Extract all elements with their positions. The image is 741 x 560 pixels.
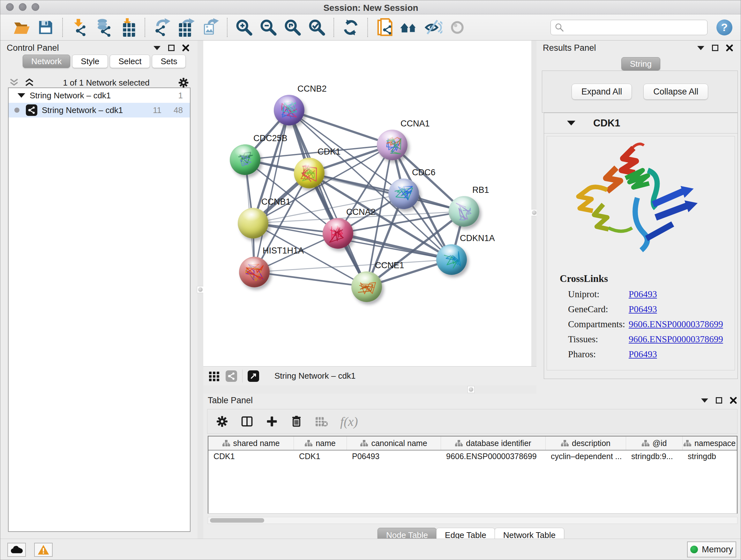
tab-sets[interactable]: Sets <box>152 55 186 68</box>
import-network-from-file-button[interactable] <box>69 17 90 38</box>
network-node-cdkn1a[interactable] <box>436 244 467 275</box>
crosslink-link[interactable]: P06493 <box>629 304 657 314</box>
table-cell[interactable]: CDK1 <box>208 450 294 463</box>
export-network-button[interactable] <box>151 17 172 38</box>
table-cell[interactable]: P06493 <box>347 450 441 463</box>
column-header-namespace[interactable]: namespace <box>683 436 737 450</box>
column-header-shared-name[interactable]: shared name <box>208 436 294 450</box>
network-node-hist1h1a[interactable] <box>239 257 270 287</box>
table-cell[interactable]: cyclin–dependent ... <box>546 450 626 463</box>
table-cell[interactable]: stringdb <box>683 450 737 463</box>
network-row-selected[interactable]: String Network – cdk1 11 48 <box>9 103 190 118</box>
save-session-button[interactable] <box>36 17 56 38</box>
export-image-button[interactable] <box>200 17 220 38</box>
network-grid-mode-icon[interactable] <box>226 370 237 382</box>
column-header-database-identifier[interactable]: database identifier <box>441 436 546 450</box>
close-panel-icon[interactable] <box>182 44 189 51</box>
zoom-out-button[interactable] <box>258 17 279 38</box>
table-row[interactable]: CDK1CDK1P064939606.ENSP00000378699cyclin… <box>208 450 737 463</box>
entry-expander-icon[interactable] <box>567 121 576 125</box>
results-panel: Results Panel String Expand All Collapse… <box>536 41 741 394</box>
column-header--id[interactable]: @id <box>626 436 683 450</box>
collapse-panel-icon[interactable] <box>701 398 708 402</box>
export-table-button[interactable] <box>176 17 196 38</box>
memory-button[interactable]: Memory <box>687 542 736 557</box>
network-node-ccnb1[interactable] <box>238 208 268 239</box>
table-settings-gear-icon[interactable] <box>216 415 228 428</box>
collapse-panel-icon[interactable] <box>697 46 704 50</box>
network-edge[interactable] <box>254 272 367 287</box>
table-horizontal-scrollbar[interactable] <box>208 517 738 524</box>
float-panel-icon[interactable] <box>716 397 722 403</box>
network-node-ccnb2[interactable] <box>274 95 305 125</box>
horizontal-splitter-handle[interactable] <box>468 386 475 393</box>
collapse-panel-icon[interactable] <box>153 46 160 50</box>
table-panel-window-controls <box>701 397 737 404</box>
tab-style[interactable]: Style <box>72 55 108 68</box>
import-table-from-file-button[interactable] <box>118 17 138 38</box>
table-cell[interactable]: 9606.ENSP00000378699 <box>441 450 546 463</box>
search-input[interactable] <box>564 22 703 32</box>
crosslink-link[interactable]: P06493 <box>629 349 657 360</box>
entry-header[interactable]: CDK1 <box>544 113 738 133</box>
add-column-icon[interactable] <box>266 415 278 428</box>
network-node-cdc6[interactable] <box>388 179 419 209</box>
crosslink-link[interactable]: 9606.ENSP00000378699 <box>629 334 723 345</box>
open-session-button[interactable] <box>11 17 31 38</box>
zoom-selected-button[interactable] <box>307 17 327 38</box>
network-view-title: String Network – cdk1 <box>274 371 355 381</box>
column-header-name[interactable]: name <box>294 436 347 450</box>
crosslink-link[interactable]: P06493 <box>629 289 657 300</box>
hide-selected-button[interactable] <box>423 17 443 38</box>
float-panel-icon[interactable] <box>168 45 175 51</box>
network-collection-row[interactable]: String Network – cdk1 1 <box>9 88 190 103</box>
warnings-button[interactable] <box>34 543 53 557</box>
birds-eye-view-icon[interactable] <box>208 370 220 382</box>
column-header-description[interactable]: description <box>546 436 626 450</box>
column-header-canonical-name[interactable]: canonical name <box>347 436 441 450</box>
close-panel-icon[interactable] <box>726 44 733 51</box>
tab-select[interactable]: Select <box>110 55 150 68</box>
collapse-all-button[interactable]: Collapse All <box>643 84 708 100</box>
entry-body: CrossLinks Uniprot:P06493GeneCard:P06493… <box>547 136 735 370</box>
network-node-ccna2[interactable] <box>323 218 353 249</box>
network-edge[interactable] <box>289 110 392 145</box>
zoom-fit-button[interactable] <box>282 17 303 38</box>
show-all-button[interactable] <box>447 17 468 38</box>
show-column-panel-icon[interactable] <box>241 415 253 428</box>
network-node-cdk1[interactable] <box>294 158 325 188</box>
network-node-ccna1[interactable] <box>377 130 408 160</box>
delete-column-icon[interactable] <box>290 415 302 428</box>
delete-table-icon[interactable] <box>315 415 328 428</box>
network-node-ccne1[interactable] <box>351 271 382 302</box>
tab-string[interactable]: String <box>621 57 660 71</box>
function-builder-icon[interactable]: f(x) <box>340 414 358 429</box>
column-type-icon <box>684 440 691 446</box>
crosslink-link[interactable]: 9606.ENSP00000378699 <box>629 319 723 329</box>
network-edge[interactable] <box>289 110 367 287</box>
home-button[interactable] <box>399 17 419 38</box>
network-options-gear-icon[interactable] <box>178 77 189 88</box>
collapse-all-icon[interactable] <box>9 78 19 87</box>
float-panel-icon[interactable] <box>712 45 718 51</box>
network-view-canvas[interactable]: CCNB2CCNA1CDC25BCDK1CDC6RB1CCNB1CCNA2CDK… <box>203 41 531 366</box>
tree-expander-icon[interactable] <box>17 93 25 98</box>
left-splitter[interactable] <box>198 41 203 539</box>
table-cell[interactable]: CDK1 <box>294 450 347 463</box>
detach-view-icon[interactable] <box>248 370 259 382</box>
scrollbar-thumb[interactable] <box>210 518 264 523</box>
close-panel-icon[interactable] <box>730 397 737 404</box>
zoom-in-button[interactable] <box>234 17 254 38</box>
expand-all-icon[interactable] <box>24 78 35 87</box>
string-document-button[interactable] <box>374 17 395 38</box>
cloud-services-button[interactable] <box>7 543 26 557</box>
network-node-rb1[interactable] <box>449 196 479 227</box>
table-cell[interactable]: stringdb:9... <box>626 450 683 463</box>
expand-all-button[interactable]: Expand All <box>571 84 632 100</box>
apply-layout-button[interactable] <box>340 17 361 38</box>
tab-network[interactable]: Network <box>23 55 70 68</box>
import-network-from-database-button[interactable] <box>93 17 114 38</box>
network-node-cdc25b[interactable] <box>230 144 260 175</box>
help-button[interactable]: ? <box>717 19 732 36</box>
left-splitter-handle[interactable] <box>197 286 204 293</box>
